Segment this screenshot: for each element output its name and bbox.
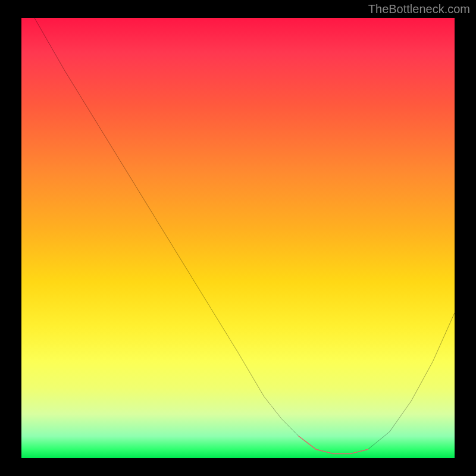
chart-container: TheBottleneck.com: [0, 0, 476, 476]
highlight-segment: [299, 436, 368, 454]
watermark-text: TheBottleneck.com: [368, 2, 470, 16]
main-curve: [35, 18, 455, 454]
plot-area: [21, 18, 455, 458]
curve-svg: [21, 18, 455, 458]
